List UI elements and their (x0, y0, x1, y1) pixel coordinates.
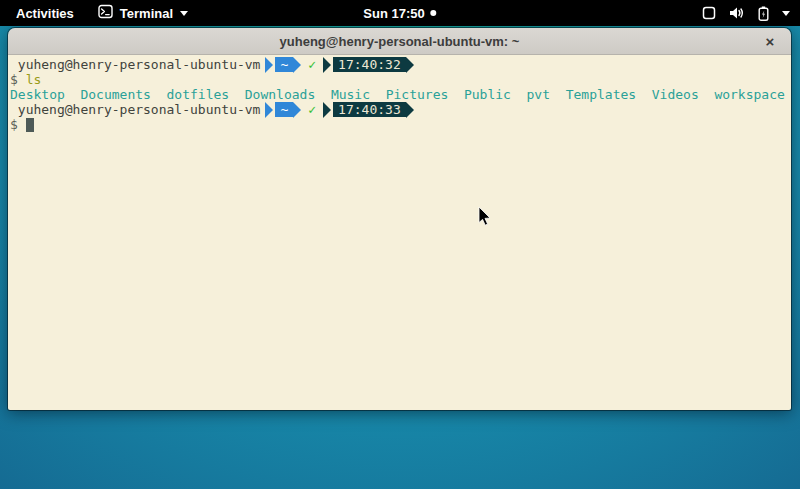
prompt-symbol: $ (10, 72, 18, 87)
ls-output-row: Desktop Documents dotfiles Downloads Mus… (10, 87, 791, 102)
prompt-user-host: yuheng@henry-personal-ubuntu-vm (18, 57, 261, 72)
top-bar: Activities Terminal Sun 17:50 (0, 0, 800, 26)
directory-name: workspace (714, 87, 784, 102)
volume-icon (729, 6, 745, 20)
directory-name: Desktop (10, 87, 65, 102)
window-title: yuheng@henry-personal-ubuntu-vm: ~ (280, 34, 520, 49)
powerline-arrow-icon (323, 57, 331, 73)
battery-charging-icon (758, 6, 769, 21)
command-line: $ ls (10, 72, 791, 87)
clock-button[interactable]: Sun 17:50 (355, 0, 444, 26)
prompt-path: ~ (275, 57, 293, 72)
directory-name: Music (331, 87, 370, 102)
mouse-pointer-icon (478, 207, 492, 231)
powerline-arrow-icon (406, 102, 414, 118)
status-check-icon: ✓ (308, 102, 316, 117)
directory-name: Documents (80, 87, 150, 102)
prompt-time-segment: 17:40:32 (323, 57, 414, 73)
typed-command: ls (26, 72, 42, 87)
terminal-icon (98, 4, 113, 22)
chevron-down-icon (180, 11, 188, 16)
clock-label: Sun 17:50 (363, 6, 424, 21)
input-line: $ (10, 117, 791, 132)
prompt-path-segment: ~ (265, 102, 301, 118)
terminal-content[interactable]: yuheng@henry-personal-ubuntu-vm ~ ✓ 17:4… (8, 55, 791, 410)
directory-name: Videos (652, 87, 699, 102)
prompt-line-1: yuheng@henry-personal-ubuntu-vm ~ ✓ 17:4… (10, 57, 791, 72)
status-check-icon: ✓ (308, 57, 316, 72)
window-titlebar[interactable]: yuheng@henry-personal-ubuntu-vm: ~ × (8, 28, 791, 55)
powerline-arrow-icon (323, 102, 331, 118)
prompt-path: ~ (275, 102, 293, 117)
directory-name: Templates (566, 87, 636, 102)
recording-indicator-dot (431, 10, 437, 16)
directory-name: Pictures (386, 87, 449, 102)
powerline-arrow-icon (293, 102, 301, 118)
directory-name: dotfiles (167, 87, 230, 102)
powerline-arrow-icon (265, 102, 273, 118)
terminal-window: yuheng@henry-personal-ubuntu-vm: ~ × yuh… (8, 28, 791, 410)
prompt-time: 17:40:32 (333, 57, 406, 72)
activities-button[interactable]: Activities (10, 4, 80, 23)
prompt-user-host: yuheng@henry-personal-ubuntu-vm (18, 102, 261, 117)
close-button[interactable]: × (758, 28, 782, 55)
system-status-area[interactable] (702, 0, 790, 26)
prompt-symbol: $ (10, 117, 18, 132)
powerline-arrow-icon (293, 57, 301, 73)
terminal-cursor (26, 118, 34, 132)
terminal-app-menu[interactable]: Terminal (94, 2, 192, 24)
directory-name: Downloads (245, 87, 315, 102)
directory-name: Public (464, 87, 511, 102)
app-menu-label: Terminal (120, 6, 173, 21)
prompt-time: 17:40:33 (333, 102, 406, 117)
desktop: Activities Terminal Sun 17:50 (0, 0, 800, 489)
prompt-path-segment: ~ (265, 57, 301, 73)
prompt-time-segment: 17:40:33 (323, 102, 414, 118)
prompt-line-2: yuheng@henry-personal-ubuntu-vm ~ ✓ 17:4… (10, 102, 791, 117)
powerline-arrow-icon (265, 57, 273, 73)
directory-name: pvt (527, 87, 550, 102)
chevron-down-icon (782, 11, 790, 16)
powerline-arrow-icon (406, 57, 414, 73)
screen-icon (702, 6, 716, 20)
